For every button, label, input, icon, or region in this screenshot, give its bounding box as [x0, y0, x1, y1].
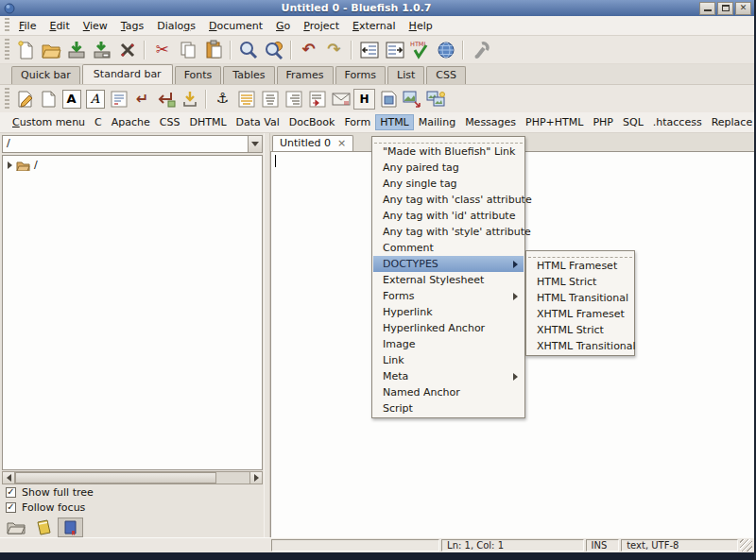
multi-thumbnail-button[interactable] — [423, 88, 447, 110]
custom-menu-data-val[interactable]: Data Val — [232, 114, 284, 130]
menu-item-doctypes[interactable]: DOCTYPES — [373, 256, 524, 272]
tab-css[interactable]: CSS — [426, 66, 466, 84]
new-button[interactable] — [12, 38, 38, 61]
checkbox-checked-icon[interactable]: ✓ — [6, 502, 16, 513]
tab-tables[interactable]: Tables — [223, 66, 274, 84]
cut-button[interactable]: ✂ — [149, 38, 175, 61]
frame-button[interactable] — [376, 88, 400, 110]
find-button[interactable] — [235, 38, 261, 61]
comment-button[interactable] — [305, 88, 329, 110]
menu-item-made-with-bluefish-link[interactable]: "Made with Bluefish" Link — [373, 144, 524, 160]
tab-quick-bar[interactable]: Quick bar — [11, 66, 80, 84]
anchor-button[interactable]: ⚓ — [211, 88, 234, 110]
menu-item-xhtml-transitional[interactable]: XHTML Transitional — [527, 338, 633, 354]
tab-file-browser[interactable] — [3, 518, 28, 537]
panel-splitter[interactable] — [264, 133, 270, 537]
view-in-browser-button[interactable] — [433, 38, 458, 61]
menu-item-comment[interactable]: Comment — [373, 240, 524, 256]
save-button[interactable] — [63, 38, 89, 61]
menu-dialogs[interactable]: Dialogs — [150, 17, 202, 35]
maximize-button[interactable] — [717, 2, 733, 15]
custom-menu-mailing[interactable]: Mailing — [414, 114, 460, 130]
custom-menu-apache[interactable]: Apache — [107, 114, 155, 130]
indent-button[interactable] — [382, 38, 407, 61]
bold-button[interactable]: A — [60, 88, 83, 110]
custom-menu-php-html[interactable]: PHP+HTML — [521, 114, 588, 130]
menu-document[interactable]: Document — [202, 17, 269, 35]
menu-go[interactable]: Go — [269, 17, 297, 35]
heading-button[interactable]: H — [352, 88, 376, 110]
custom-menu-item[interactable]: Custom menu — [8, 114, 90, 130]
close-document-button[interactable] — [114, 38, 140, 61]
menu-item-external-stylesheet[interactable]: External Stylesheet — [373, 272, 524, 288]
undo-button[interactable]: ↶ — [296, 38, 321, 61]
menu-item-html-strict[interactable]: HTML Strict — [527, 274, 633, 290]
custom-menu-sql[interactable]: SQL — [618, 114, 648, 130]
open-button[interactable] — [38, 38, 63, 61]
menu-item-any-tag-class-attribute[interactable]: Any tag with 'class' attribute — [373, 192, 524, 208]
center-button[interactable] — [234, 88, 258, 110]
custom-menu-dhtml[interactable]: DHTML — [184, 114, 231, 130]
save-as-button[interactable] — [89, 38, 114, 61]
menu-item-forms[interactable]: Forms — [373, 288, 524, 304]
menu-item-hyperlinked-anchor[interactable]: Hyperlinked Anchor — [373, 320, 524, 336]
follow-focus-checkbox[interactable]: ✓ Follow focus — [2, 500, 263, 515]
menubar-grip[interactable] — [5, 18, 9, 33]
resize-grip[interactable] — [740, 539, 752, 552]
menu-edit[interactable]: Edit — [43, 17, 76, 35]
tab-list[interactable]: List — [387, 66, 424, 84]
tab-standard-bar[interactable]: Standard bar — [82, 64, 173, 84]
menu-item-link[interactable]: Link — [373, 352, 524, 368]
custom-menu-docbook[interactable]: DocBook — [284, 114, 340, 130]
menu-item-script[interactable]: Script — [373, 400, 524, 416]
menu-item-hyperlink[interactable]: Hyperlink — [373, 304, 524, 320]
menu-help[interactable]: Help — [403, 17, 439, 35]
standard-toolbar-grip[interactable] — [5, 88, 9, 110]
menu-item-any-tag-style-attribute[interactable]: Any tag with 'style' attribute — [373, 224, 524, 240]
directory-path-input[interactable]: / — [2, 135, 248, 153]
div-button[interactable] — [258, 88, 282, 110]
break-button[interactable]: ↵ — [130, 88, 154, 110]
scrollbar-slider[interactable] — [15, 472, 216, 484]
menu-item-html-frameset[interactable]: HTML Frameset — [527, 258, 633, 274]
email-button[interactable] — [329, 88, 352, 110]
tab-frames[interactable]: Frames — [277, 66, 334, 84]
close-button[interactable]: ✕ — [735, 2, 751, 15]
menu-external[interactable]: External — [346, 17, 403, 35]
custom-menu-c[interactable]: C — [90, 114, 107, 130]
menu-project[interactable]: Project — [297, 17, 346, 35]
redo-button[interactable]: ↷ — [321, 38, 347, 61]
body-button[interactable] — [36, 88, 60, 110]
custom-menu-php[interactable]: PHP — [588, 114, 618, 130]
span-button[interactable] — [282, 88, 305, 110]
scroll-right-button[interactable] — [249, 471, 263, 484]
menu-view[interactable]: View — [77, 17, 114, 35]
tree-row-root[interactable]: / — [5, 159, 260, 171]
main-toolbar-grip[interactable] — [5, 39, 9, 60]
nbsp-button[interactable] — [178, 88, 201, 110]
preferences-button[interactable] — [468, 38, 493, 61]
menu-item-html-transitional[interactable]: HTML Transitional — [527, 290, 633, 306]
show-full-tree-checkbox[interactable]: ✓ Show full tree — [2, 484, 263, 500]
tree-expander-icon[interactable] — [8, 161, 12, 169]
menu-item-xhtml-frameset[interactable]: XHTML Frameset — [527, 306, 633, 322]
custom-menu-replace[interactable]: Replace — [707, 114, 756, 130]
copy-button[interactable] — [175, 38, 200, 61]
tab-fonts[interactable]: Fonts — [175, 66, 222, 84]
menu-item-named-anchor[interactable]: Named Anchor — [373, 384, 524, 400]
scrollbar-trough[interactable] — [15, 471, 249, 484]
menu-item-xhtml-strict[interactable]: XHTML Strict — [527, 322, 633, 338]
file-tree[interactable]: / — [2, 155, 263, 470]
tab-forms[interactable]: Forms — [335, 66, 386, 84]
menu-item-image[interactable]: Image — [373, 336, 524, 352]
quickstart-button[interactable] — [12, 88, 36, 110]
tree-horizontal-scrollbar[interactable] — [2, 471, 263, 484]
custom-menu-form[interactable]: Form — [339, 114, 375, 130]
find-replace-button[interactable] — [261, 38, 286, 61]
menu-tags[interactable]: Tags — [114, 17, 150, 35]
unindent-button[interactable] — [356, 38, 382, 61]
scroll-left-button[interactable] — [2, 471, 15, 484]
paragraph-button[interactable] — [107, 88, 130, 110]
break-clear-button[interactable] — [154, 88, 178, 110]
custom-menu-html[interactable]: HTML — [375, 114, 414, 130]
